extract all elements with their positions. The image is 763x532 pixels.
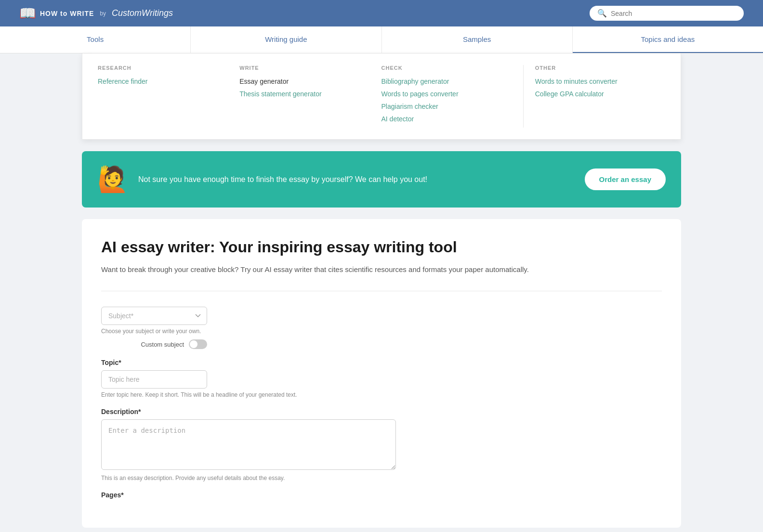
- description-textarea[interactable]: [101, 419, 396, 470]
- header: 📖 HOW to WRITE by CustomWritings 🔍: [0, 0, 763, 26]
- description-label: Description*: [101, 408, 662, 415]
- dropdown-col-other: OTHER Words to minutes converter College…: [523, 65, 665, 128]
- link-essay-generator[interactable]: Essay generator: [239, 78, 369, 85]
- logo-by: by: [100, 10, 106, 17]
- search-input[interactable]: [611, 10, 736, 17]
- dropdown-col-check: CHECK Bibliography generator Words to pa…: [382, 65, 523, 128]
- page-title: AI essay writer: Your inspiring essay wr…: [101, 238, 662, 256]
- dropdown-col-research: RESEARCH Reference finder: [98, 65, 239, 128]
- link-words-to-minutes[interactable]: Words to minutes converter: [535, 78, 665, 85]
- link-college-gpa[interactable]: College GPA calculator: [535, 90, 665, 98]
- promo-banner: 🙋 Not sure you have enough time to finis…: [82, 151, 681, 208]
- dropdown-col-title-write: WRITE: [239, 65, 369, 71]
- topic-group: Topic* Enter topic here. Keep it short. …: [101, 359, 662, 398]
- nav-item-tools[interactable]: Tools: [0, 26, 191, 53]
- description-hint: This is an essay description. Provide an…: [101, 475, 662, 481]
- link-plagiarism-checker[interactable]: Plagiarism checker: [382, 103, 512, 110]
- nav-item-topics[interactable]: Topics and ideas: [573, 26, 763, 53]
- pages-label: Pages*: [101, 491, 662, 499]
- topic-label: Topic*: [101, 359, 662, 366]
- order-essay-button[interactable]: Order an essay: [585, 169, 666, 190]
- custom-subject-row: Custom subject: [101, 339, 207, 349]
- link-reference-finder[interactable]: Reference finder: [98, 78, 228, 85]
- topic-hint: Enter topic here. Keep it short. This wi…: [101, 391, 662, 398]
- pages-group: Pages*: [101, 491, 662, 499]
- subject-group: Subject* Choose your subject or write yo…: [101, 307, 662, 349]
- description-group: Description* This is an essay descriptio…: [101, 408, 662, 481]
- link-words-to-pages[interactable]: Words to pages converter: [382, 90, 512, 98]
- page-subtitle: Want to break through your creative bloc…: [101, 264, 662, 275]
- search-bar[interactable]: 🔍: [590, 6, 744, 21]
- link-bibliography-generator[interactable]: Bibliography generator: [382, 78, 512, 85]
- logo-text: HOW to WRITE: [40, 10, 94, 17]
- link-ai-detector[interactable]: AI detector: [382, 115, 512, 123]
- main-content: AI essay writer: Your inspiring essay wr…: [82, 219, 681, 528]
- dropdown-col-write: WRITE Essay generator Thesis statement g…: [239, 65, 381, 128]
- nav-item-writing-guide[interactable]: Writing guide: [191, 26, 382, 53]
- main-nav: Tools Writing guide Samples Topics and i…: [0, 26, 763, 53]
- custom-subject-label: Custom subject: [141, 341, 184, 348]
- link-thesis-generator[interactable]: Thesis statement generator: [239, 90, 369, 98]
- dropdown-menu: RESEARCH Reference finder WRITE Essay ge…: [82, 53, 681, 140]
- banner-text: Not sure you have enough time to finish …: [138, 174, 575, 185]
- dropdown-col-title-research: RESEARCH: [98, 65, 228, 71]
- subject-hint: Choose your subject or write your own.: [101, 328, 662, 335]
- topic-input[interactable]: [101, 370, 207, 389]
- banner-emoji: 🙋: [97, 165, 129, 194]
- logo: 📖 HOW to WRITE by CustomWritings: [19, 5, 173, 21]
- nav-item-samples[interactable]: Samples: [382, 26, 573, 53]
- search-icon: 🔍: [597, 9, 607, 18]
- subject-select[interactable]: Subject*: [101, 307, 207, 325]
- custom-subject-toggle[interactable]: [189, 339, 207, 349]
- section-divider: [101, 291, 662, 291]
- dropdown-col-title-other: OTHER: [535, 65, 665, 71]
- logo-brand: CustomWritings: [112, 8, 173, 18]
- dropdown-col-title-check: CHECK: [382, 65, 512, 71]
- logo-icon: 📖: [19, 5, 36, 21]
